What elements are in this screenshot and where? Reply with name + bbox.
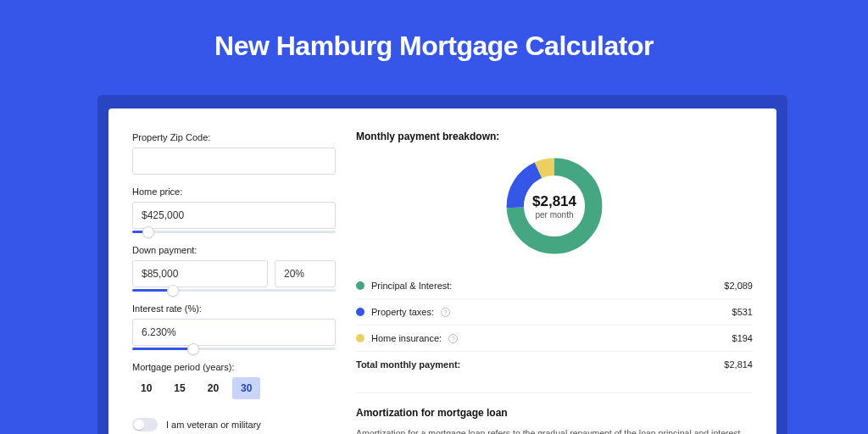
donut-amount: $2,814	[532, 193, 576, 210]
page-title: New Hamburg Mortgage Calculator	[0, 0, 868, 81]
legend-label: Property taxes:	[371, 307, 434, 317]
toggle-knob	[134, 420, 144, 430]
legend-value: $194	[732, 333, 753, 343]
down-payment-pct-input[interactable]	[275, 260, 336, 287]
legend-value: $2,089	[724, 281, 753, 291]
period-options: 10152030	[132, 377, 336, 399]
form-column: Property Zip Code: Home price: Down paym…	[132, 131, 336, 431]
interest-rate-input[interactable]	[132, 319, 336, 346]
legend: Principal & Interest:$2,089Property taxe…	[356, 273, 753, 351]
amortization-title: Amortization for mortgage loan	[356, 407, 753, 419]
legend-row: Property taxes:?$531	[356, 298, 753, 325]
legend-swatch	[356, 281, 364, 290]
payment-donut-chart: $2,814 per month	[503, 154, 606, 258]
home-price-input[interactable]	[132, 202, 336, 229]
legend-row: Home insurance:?$194	[356, 325, 753, 351]
legend-swatch	[356, 308, 364, 316]
interest-rate-slider[interactable]	[132, 348, 336, 350]
info-icon[interactable]: ?	[441, 308, 450, 317]
amortization-section: Amortization for mortgage loan Amortizat…	[356, 392, 753, 434]
period-option-30[interactable]: 30	[232, 377, 260, 399]
legend-swatch	[356, 334, 364, 342]
total-label: Total monthly payment:	[356, 359, 460, 370]
period-option-10[interactable]: 10	[132, 377, 160, 399]
period-label: Mortgage period (years):	[132, 362, 336, 372]
interest-rate-label: Interest rate (%):	[132, 303, 336, 314]
zip-input[interactable]	[132, 147, 336, 175]
period-option-15[interactable]: 15	[165, 377, 193, 399]
period-option-20[interactable]: 20	[199, 377, 227, 399]
slider-handle[interactable]	[167, 285, 179, 297]
breakdown-title: Monthly payment breakdown:	[356, 131, 753, 142]
donut-sublabel: per month	[535, 210, 573, 220]
slider-handle[interactable]	[187, 343, 199, 355]
veteran-toggle[interactable]	[132, 418, 158, 431]
down-payment-input[interactable]	[132, 260, 268, 287]
legend-label: Home insurance:	[371, 333, 442, 343]
info-icon[interactable]: ?	[448, 334, 458, 343]
slider-handle[interactable]	[142, 226, 154, 238]
zip-label: Property Zip Code:	[132, 132, 336, 142]
calculator-card: Property Zip Code: Home price: Down paym…	[108, 108, 776, 434]
down-payment-label: Down payment:	[132, 245, 336, 255]
breakdown-column: Monthly payment breakdown: $2,814 per mo…	[356, 131, 753, 431]
legend-row: Principal & Interest:$2,089	[356, 273, 753, 298]
legend-label: Principal & Interest:	[371, 281, 452, 291]
amortization-text: Amortization for a mortgage loan refers …	[356, 427, 753, 434]
total-value: $2,814	[724, 359, 753, 370]
home-price-label: Home price:	[132, 186, 336, 197]
veteran-label: I am veteran or military	[166, 420, 261, 430]
down-payment-slider[interactable]	[132, 289, 336, 292]
home-price-slider[interactable]	[132, 231, 336, 233]
legend-value: $531	[732, 307, 753, 317]
